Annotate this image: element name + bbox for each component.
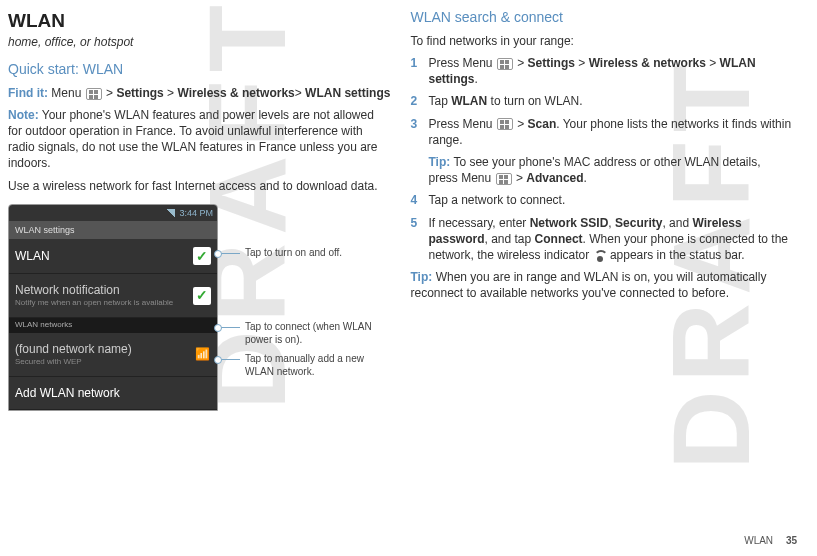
callout-add: Tap to manually add a new WLAN network.	[218, 352, 391, 379]
findit-line: Find it: Menu > Settings > Wireless & ne…	[8, 85, 391, 101]
add-wlan-label: Add WLAN network	[15, 385, 120, 401]
settings-titlebar: WLAN settings	[9, 221, 217, 239]
tip-label: Tip:	[429, 155, 451, 169]
step-5: If necessary, enter Network SSID, Securi…	[411, 215, 794, 264]
final-tip: Tip: When you are in range and WLAN is o…	[411, 269, 794, 301]
checkbox-icon: ✓	[193, 247, 211, 265]
found-network-sub: Secured with WEP	[15, 357, 132, 368]
tip-label: Tip:	[411, 270, 433, 284]
step-1: Press Menu > Settings > Wireless & netwo…	[411, 55, 794, 87]
menu-icon	[496, 173, 512, 185]
found-network-name: (found network name)	[15, 342, 132, 356]
step3-tip: Tip: To see your phone's MAC address or …	[429, 154, 794, 186]
networks-header: WLAN networks	[9, 318, 217, 333]
body-text: Use a wireless network for fast Internet…	[8, 178, 391, 194]
note-label: Note:	[8, 108, 39, 122]
quickstart-heading: Quick start: WLAN	[8, 60, 391, 79]
step-3: Press Menu > Scan. Your phone lists the …	[411, 116, 794, 187]
page-title: WLAN	[8, 8, 391, 34]
menu-icon	[497, 58, 513, 70]
add-wlan-row[interactable]: Add WLAN network	[9, 377, 217, 410]
status-time: 3:44 PM	[179, 207, 213, 219]
notif-sub: Notify me when an open network is availa…	[15, 298, 173, 309]
callout-toggle: Tap to turn on and off.	[218, 246, 342, 260]
menu-icon	[86, 88, 102, 100]
search-connect-heading: WLAN search & connect	[411, 8, 794, 27]
step-2: Tap WLAN to turn on WLAN.	[411, 93, 794, 109]
network-notification-row[interactable]: Network notification Notify me when an o…	[9, 274, 217, 318]
wlan-row-label: WLAN	[15, 248, 50, 264]
status-bar: 3:44 PM	[9, 205, 217, 221]
subtitle: home, office, or hotspot	[8, 34, 391, 50]
step-4: Tap a network to connect.	[411, 192, 794, 208]
checkbox-icon: ✓	[193, 287, 211, 305]
wifi-signal-icon: 📶	[193, 345, 211, 363]
phone-screenshot: 3:44 PM WLAN settings WLAN ✓ Network not…	[8, 204, 218, 411]
found-network-row[interactable]: (found network name) Secured with WEP 📶	[9, 333, 217, 377]
intro-text: To find networks in your range:	[411, 33, 794, 49]
menu-icon	[497, 118, 513, 130]
wifi-indicator-icon	[593, 250, 607, 262]
note-paragraph: Note: Your phone's WLAN features and pow…	[8, 107, 391, 172]
findit-label: Find it:	[8, 86, 48, 100]
wlan-toggle-row[interactable]: WLAN ✓	[9, 239, 217, 274]
callout-connect: Tap to connect (when WLAN power is on).	[218, 320, 391, 347]
notif-title: Network notification	[15, 283, 120, 297]
signal-icon	[167, 209, 175, 217]
